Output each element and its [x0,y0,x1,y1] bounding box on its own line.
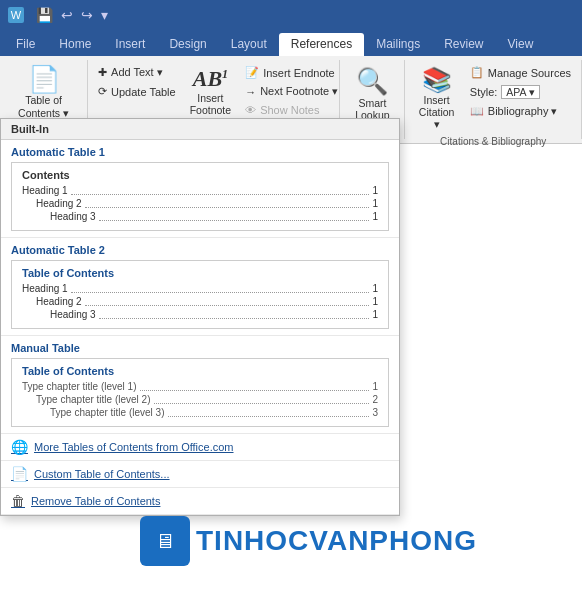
tab-review[interactable]: Review [432,33,495,56]
toc-icon: 📄 [28,66,60,92]
cb-group-label: Citations & Bibliography [440,134,546,147]
toc-dropdown-panel: Built-In Automatic Table 1 Contents Head… [0,118,400,516]
at1-h2-page: 1 [372,198,378,210]
at2-line-2: Heading 2 1 [22,296,378,308]
style-dropdown[interactable]: Style: APA ▾ [466,83,575,101]
at2-h2-dots [85,296,370,306]
manual-table-title: Manual Table [11,342,389,354]
at1-h1-dots [71,185,370,195]
at2-h1-page: 1 [372,283,378,295]
remove-table-icon: 🗑 [11,493,25,509]
tab-view[interactable]: View [496,33,546,56]
at2-line-3: Heading 3 1 [22,309,378,321]
at2-preview-header: Table of Contents [22,267,378,279]
automatic-table-1-item[interactable]: Automatic Table 1 Contents Heading 1 1 H… [1,140,399,238]
title-bar: W 💾 ↩ ↪ ▾ [0,0,582,30]
update-table-button[interactable]: ⟳ Update Table [94,83,180,100]
automatic-table-2-item[interactable]: Automatic Table 2 Table of Contents Head… [1,238,399,336]
next-footnote-button[interactable]: → Next Footnote ▾ [241,83,342,100]
tab-insert[interactable]: Insert [103,33,157,56]
tab-design[interactable]: Design [157,33,218,56]
mt-l1-dots [140,381,370,391]
at1-h1-page: 1 [372,185,378,197]
mt-l2-page: 2 [372,394,378,406]
mt-l2-text: Type chapter title (level 2) [36,394,151,406]
show-notes-icon: 👁 [245,104,256,116]
show-notes-label: Show Notes [260,104,319,116]
redo-button[interactable]: ↪ [79,7,95,23]
manual-table-preview: Table of Contents Type chapter title (le… [11,358,389,427]
branding-text: TINHOCVANPHONG [196,525,477,557]
at1-h2-text: Heading 2 [36,198,82,210]
at2-h1-dots [71,283,370,293]
mt-l3-page: 3 [372,407,378,419]
manage-sources-icon: 📋 [470,66,484,79]
add-text-button[interactable]: ✚ Add Text ▾ [94,64,180,81]
more-tables-label: More Tables of Contents from Office.com [34,441,234,453]
tab-mailings[interactable]: Mailings [364,33,432,56]
at2-h2-text: Heading 2 [36,296,82,308]
custom-table-icon: 📄 [11,466,28,482]
at2-h3-text: Heading 3 [50,309,96,321]
custom-table-link[interactable]: 📄 Custom Table of Contents... [1,461,399,488]
at1-line-3: Heading 3 1 [22,211,378,223]
mt-l2-dots [154,394,370,404]
insert-footnote-button[interactable]: AB1 InsertFootnote [184,62,237,120]
show-notes-button: 👁 Show Notes [241,102,342,118]
bibliography-button[interactable]: 📖 Bibliography ▾ [466,103,575,120]
next-footnote-icon: → [245,86,256,98]
automatic-table-2-preview: Table of Contents Heading 1 1 Heading 2 … [11,260,389,329]
insert-citation-button[interactable]: 📚 InsertCitation ▾ [411,62,461,134]
at2-h1-text: Heading 1 [22,283,68,295]
mt-line-2: Type chapter title (level 2) 2 [22,394,378,406]
quick-access-toolbar: 💾 ↩ ↪ ▾ [34,7,110,23]
bibliography-icon: 📖 [470,105,484,118]
at1-preview-header: Contents [22,169,378,181]
add-text-label: Add Text ▾ [111,66,163,79]
insert-endnote-label: Insert Endnote [263,67,335,79]
manage-sources-button[interactable]: 📋 Manage Sources [466,64,575,81]
mt-preview-header: Table of Contents [22,365,378,377]
branding-logo-icon: 🖥 [155,530,175,553]
more-tables-icon: 🌐 [11,439,28,455]
tab-layout[interactable]: Layout [219,33,279,56]
tab-file[interactable]: File [4,33,47,56]
at1-h1-text: Heading 1 [22,185,68,197]
tab-references[interactable]: References [279,33,364,56]
update-table-label: Update Table [111,86,176,98]
automatic-table-2-title: Automatic Table 2 [11,244,389,256]
table-of-contents-button[interactable]: 📄 Table ofContents ▾ [12,62,75,123]
automatic-table-1-title: Automatic Table 1 [11,146,389,158]
at2-h2-page: 1 [372,296,378,308]
ribbon-tabs: File Home Insert Design Layout Reference… [0,30,582,56]
insert-endnote-button[interactable]: 📝 Insert Endnote [241,64,342,81]
branding-overlay: 🖥 TINHOCVANPHONG [140,516,477,566]
remove-table-link[interactable]: 🗑 Remove Table of Contents [1,488,399,515]
insert-footnote-label: InsertFootnote [190,92,231,116]
at2-h3-page: 1 [372,309,378,321]
add-text-icon: ✚ [98,66,107,79]
save-button[interactable]: 💾 [34,7,55,23]
at2-h3-dots [99,309,370,319]
smart-lookup-button[interactable]: 🔍 SmartLookup [349,62,395,125]
mt-l3-dots [168,407,370,417]
at2-line-1: Heading 1 1 [22,283,378,295]
manual-table-item[interactable]: Manual Table Table of Contents Type chap… [1,336,399,434]
branding-logo: 🖥 [140,516,190,566]
tab-home[interactable]: Home [47,33,103,56]
mt-l3-text: Type chapter title (level 3) [50,407,165,419]
at1-line-2: Heading 2 1 [22,198,378,210]
at1-line-1: Heading 1 1 [22,185,378,197]
manage-sources-label: Manage Sources [488,67,571,79]
custom-table-label: Custom Table of Contents... [34,468,170,480]
at1-h3-page: 1 [372,211,378,223]
at1-h2-dots [85,198,370,208]
undo-button[interactable]: ↩ [59,7,75,23]
customize-quick-access-icon[interactable]: ▾ [99,7,110,23]
at1-h3-text: Heading 3 [50,211,96,223]
style-value[interactable]: APA ▾ [501,85,540,99]
next-footnote-label: Next Footnote ▾ [260,85,338,98]
mt-line-1: Type chapter title (level 1) 1 [22,381,378,393]
more-tables-link[interactable]: 🌐 More Tables of Contents from Office.co… [1,434,399,461]
automatic-table-1-preview: Contents Heading 1 1 Heading 2 1 Heading… [11,162,389,231]
